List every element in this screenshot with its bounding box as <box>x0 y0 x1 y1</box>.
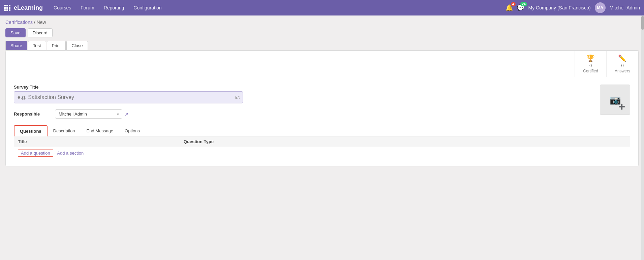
certified-label: Certified <box>583 69 598 73</box>
nav-configuration[interactable]: Configuration <box>129 3 165 12</box>
survey-title-label: Survey Title <box>14 85 630 90</box>
stats-bar: 🏆 0 Certified ✏️ 0 Answers <box>575 51 638 77</box>
tab-description[interactable]: Description <box>48 125 81 136</box>
user-name: Mitchell Admin <box>610 5 640 10</box>
add-section-link[interactable]: Add a section <box>57 151 84 156</box>
tabs-row: Questions Description End Message Option… <box>14 125 630 136</box>
certified-count: 0 <box>589 63 592 68</box>
main-nav: Courses Forum Reporting Configuration <box>50 3 505 12</box>
navbar-right: 🔔 4 💬 24 My Company (San Francisco) MA M… <box>505 2 640 13</box>
add-photo-icon: ➕ <box>618 103 625 110</box>
messages-button[interactable]: 💬 24 <box>517 4 524 11</box>
col-question-type-header: Question Type <box>180 136 552 147</box>
tab-questions[interactable]: Questions <box>14 125 48 136</box>
avatar-initials: MA <box>597 5 603 10</box>
nav-reporting[interactable]: Reporting <box>100 3 128 12</box>
breadcrumb-separator: / <box>34 20 37 25</box>
apps-grid-icon <box>4 5 10 11</box>
add-links-row: Add a question Add a section <box>14 147 630 159</box>
action-buttons: Save Discard <box>5 28 639 37</box>
col-title-header: Title <box>14 136 180 147</box>
breadcrumb-parent-link[interactable]: Certifications <box>5 20 33 25</box>
photo-upload-button[interactable]: 📷 ➕ <box>600 85 630 115</box>
edit-icon: ✏️ <box>618 54 626 62</box>
discard-button[interactable]: Discard <box>28 28 53 37</box>
table-header-row: Title Question Type <box>14 136 630 147</box>
tab-end-message[interactable]: End Message <box>81 125 119 136</box>
title-input-wrapper: EN <box>14 91 243 103</box>
answers-count: 0 <box>621 63 623 68</box>
survey-title-input[interactable] <box>14 91 243 103</box>
responsible-select-container: Mitchell Admin ▼ <box>55 109 122 119</box>
navbar: eLearning Courses Forum Reporting Config… <box>0 0 644 15</box>
trophy-icon: 🏆 <box>586 54 595 62</box>
responsible-row: Responsible Mitchell Admin ▼ ↗ <box>14 109 630 119</box>
questions-table: Title Question Type Add a question Add a… <box>14 136 630 159</box>
scrollbar[interactable] <box>641 15 644 170</box>
apps-menu-button[interactable] <box>4 5 10 11</box>
nav-courses[interactable]: Courses <box>50 3 75 12</box>
col-actions-header <box>551 136 630 147</box>
close-button[interactable]: Close <box>66 41 88 50</box>
toolbar-row: Share Test Print Close <box>5 41 639 51</box>
notification-badge: 4 <box>511 2 516 6</box>
tab-options[interactable]: Options <box>119 125 146 136</box>
answers-stat[interactable]: ✏️ 0 Answers <box>607 51 638 77</box>
share-button[interactable]: Share <box>5 41 27 50</box>
save-button[interactable]: Save <box>5 28 26 37</box>
add-links-cell: Add a question Add a section <box>14 147 630 159</box>
responsible-label: Responsible <box>14 111 51 117</box>
responsible-select[interactable]: Mitchell Admin <box>55 109 122 119</box>
page-wrapper: Certifications / New Save Discard Share … <box>0 15 644 170</box>
add-question-link[interactable]: Add a question <box>18 150 53 157</box>
survey-title-group: Survey Title EN <box>14 85 630 103</box>
lang-badge: EN <box>235 95 240 99</box>
breadcrumb-current: New <box>37 20 46 25</box>
print-button[interactable]: Print <box>47 41 66 50</box>
form-card: 🏆 0 Certified ✏️ 0 Answers Survey Title … <box>5 51 639 166</box>
scrollbar-thumb[interactable] <box>641 16 644 30</box>
certified-stat[interactable]: 🏆 0 Certified <box>575 51 607 77</box>
brand-link[interactable]: eLearning <box>14 4 43 11</box>
answers-label: Answers <box>615 69 630 73</box>
notifications-button[interactable]: 🔔 4 <box>505 4 513 11</box>
breadcrumb: Certifications / New <box>5 20 639 25</box>
message-badge: 24 <box>520 2 527 6</box>
responsible-select-wrapper: Mitchell Admin ▼ ↗ <box>55 109 128 119</box>
test-button[interactable]: Test <box>28 41 46 50</box>
external-link-icon[interactable]: ↗ <box>124 111 128 117</box>
nav-forum[interactable]: Forum <box>76 3 98 12</box>
company-name: My Company (San Francisco) <box>528 5 591 10</box>
avatar[interactable]: MA <box>595 2 606 13</box>
